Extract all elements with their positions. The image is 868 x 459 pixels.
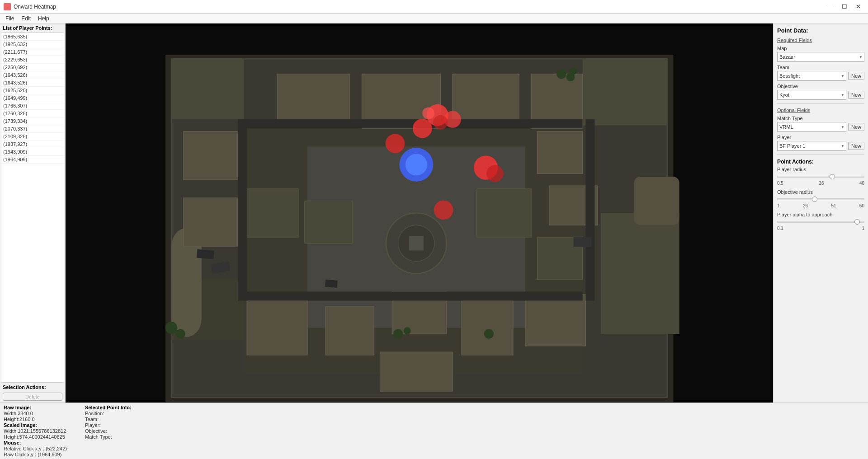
minimize-button[interactable]: — [825, 2, 837, 11]
svg-rect-37 [197, 249, 214, 259]
match-type-dropdown[interactable]: VRML [777, 122, 846, 132]
app-title: Onward Heatmap [14, 4, 56, 10]
player-radius-ticks: 0.5 26 40 [777, 181, 864, 186]
raw-click-value: Raw Click x,y : (1964,909) [4, 452, 67, 457]
list-item[interactable]: (1643,526) [1, 79, 64, 87]
player-field-row: BF Player 1 New [777, 141, 864, 151]
objective-field-row: Kyot New [777, 90, 864, 100]
player-radius-tick-2: 26 [819, 181, 824, 186]
match-type-field-label: Match Type [777, 116, 864, 121]
player-dropdown-wrapper: BF Player 1 [777, 141, 846, 151]
list-item[interactable]: (1766,307) [1, 102, 64, 110]
map-field-label: Map [777, 46, 864, 51]
point-data-title: Point Data: [777, 27, 864, 34]
objective-radius-tick-4: 60 [859, 203, 864, 208]
svg-point-52 [413, 119, 432, 138]
list-item[interactable]: (2070,337) [1, 125, 64, 133]
list-item[interactable]: (2211,677) [1, 48, 64, 56]
player-points-list[interactable]: (1865,635)(1925,632)(2211,677)(2229,653)… [1, 33, 64, 383]
file-menu[interactable]: File [2, 14, 18, 23]
player-alpha-section: Player alpha to approach 0.1 1 [777, 212, 864, 231]
svg-rect-25 [462, 300, 513, 355]
svg-rect-13 [409, 236, 424, 250]
close-button[interactable]: ✕ [852, 2, 864, 11]
menu-bar: File Edit Help [0, 14, 868, 23]
player-alpha-tick-1: 0.1 [777, 226, 783, 231]
team-field-row: Bossfight New [777, 71, 864, 81]
player-radius-slider[interactable] [777, 176, 864, 178]
player-alpha-slider[interactable] [777, 221, 864, 223]
player-radius-tick-1: 0.5 [777, 181, 783, 186]
selected-point-col: Selected Point Info: Position: Team: Pla… [85, 405, 132, 457]
player-field-label: Player [777, 135, 864, 140]
objective-dropdown[interactable]: Kyot [777, 90, 846, 100]
list-item[interactable]: (2229,653) [1, 56, 64, 64]
team-dropdown[interactable]: Bossfight [777, 71, 846, 81]
svg-rect-3 [171, 59, 244, 119]
list-item[interactable]: (1649,499) [1, 94, 64, 102]
list-item[interactable]: (1625,520) [1, 87, 64, 94]
svg-point-40 [557, 69, 566, 79]
edit-menu[interactable]: Edit [18, 14, 34, 23]
svg-rect-26 [525, 295, 586, 346]
objective-dropdown-wrapper: Kyot [777, 90, 846, 100]
main-content: List of Player Points: (1865,635)(1925,6… [0, 23, 868, 403]
svg-rect-4 [583, 59, 667, 125]
list-item[interactable]: (1925,632) [1, 41, 64, 48]
list-item[interactable]: (1739,334) [1, 117, 64, 125]
scaled-image-label: Scaled Image: [4, 422, 67, 428]
objective-radius-tick-2: 26 [803, 203, 808, 208]
match-type-value: Match Type: [85, 434, 132, 440]
objective-radius-slider[interactable] [777, 198, 864, 200]
player-alpha-ticks: 0.1 1 [777, 226, 864, 231]
match-type-field-row: VRML New [777, 122, 864, 132]
player-alpha-tick-2: 1 [862, 226, 864, 231]
match-type-new-button[interactable]: New [848, 123, 864, 131]
svg-rect-32 [585, 119, 594, 300]
maximize-button[interactable]: ☐ [838, 2, 851, 11]
svg-point-42 [570, 67, 577, 75]
delete-button[interactable]: Delete [3, 393, 62, 401]
svg-rect-19 [184, 198, 238, 246]
svg-rect-14 [277, 74, 350, 122]
map-dropdown[interactable]: Bazaar [777, 52, 864, 62]
player-dropdown[interactable]: BF Player 1 [777, 141, 846, 151]
objective-radius-track [777, 196, 864, 203]
svg-rect-22 [247, 300, 307, 355]
svg-point-46 [404, 327, 411, 334]
objective-new-button[interactable]: New [848, 91, 864, 99]
svg-point-58 [434, 200, 453, 220]
objective-radius-tick-1: 1 [777, 203, 780, 208]
player-new-button[interactable]: New [848, 142, 864, 150]
team-field-label: Team [777, 65, 864, 70]
raw-height-value: Height:2160.0 [4, 417, 67, 422]
svg-rect-29 [477, 189, 531, 237]
svg-rect-38 [574, 237, 592, 247]
status-bar: Raw Image: Width:3840.0 Height:2160.0 Sc… [0, 403, 868, 459]
help-menu[interactable]: Help [34, 14, 53, 23]
window-controls: — ☐ ✕ [825, 2, 864, 11]
raw-image-label: Raw Image: [4, 405, 67, 410]
list-item[interactable]: (1943,909) [1, 148, 64, 156]
map-area[interactable] [66, 23, 773, 403]
objective-field-label: Objective [777, 84, 864, 89]
svg-point-44 [175, 329, 185, 338]
map-field-row: Bazaar [777, 52, 864, 62]
svg-point-43 [165, 322, 178, 334]
list-item[interactable]: (1760,328) [1, 110, 64, 117]
svg-point-45 [393, 329, 403, 338]
list-item[interactable]: (1937,927) [1, 141, 64, 148]
svg-point-51 [422, 107, 434, 119]
svg-rect-27 [244, 189, 298, 237]
list-item[interactable]: (1964,909) [1, 156, 64, 164]
list-item[interactable]: (1865,635) [1, 33, 64, 41]
player-radius-label: Player radius [777, 167, 864, 172]
list-item[interactable]: (1643,526) [1, 71, 64, 79]
list-item[interactable]: (2109,328) [1, 133, 64, 141]
svg-point-53 [386, 134, 405, 153]
player-radius-track [777, 173, 864, 180]
svg-point-50 [433, 115, 448, 130]
divider-2 [777, 155, 864, 155]
list-item[interactable]: (2250,692) [1, 64, 64, 71]
team-new-button[interactable]: New [848, 72, 864, 80]
